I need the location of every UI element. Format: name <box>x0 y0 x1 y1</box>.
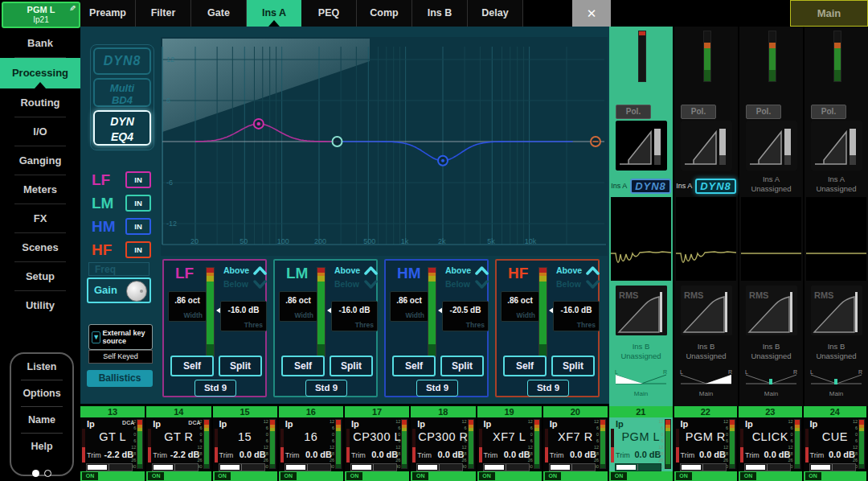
polarity-button[interactable]: Pol. <box>746 105 781 119</box>
fader-track[interactable] <box>483 463 530 471</box>
fader-track[interactable] <box>615 463 661 471</box>
pan-display[interactable]: LRMain <box>679 368 733 397</box>
fader-track[interactable] <box>416 463 463 471</box>
on-button[interactable]: ON <box>805 472 821 480</box>
sidebar-item-io[interactable]: I/O <box>0 117 80 146</box>
polarity-button[interactable]: Pol. <box>616 105 651 119</box>
fader-track[interactable] <box>86 463 133 471</box>
peq-display[interactable] <box>741 197 801 281</box>
tab-peq[interactable]: PEQ <box>301 0 357 27</box>
on-button[interactable]: ON <box>215 472 231 480</box>
pan-display[interactable]: LRMain <box>744 368 798 397</box>
page-dot-inactive[interactable] <box>44 470 51 477</box>
fader-strip-19[interactable]: 19IpXF7 LTrim0.0 dB1260612182640ON <box>477 406 542 481</box>
on-button[interactable]: ON <box>346 472 362 480</box>
width-value-box[interactable]: .86 octWidth <box>168 291 207 322</box>
on-button[interactable]: ON <box>479 472 495 480</box>
gain-knob[interactable] <box>126 281 147 302</box>
on-button[interactable]: ON <box>148 472 164 480</box>
tab-ins-a[interactable]: Ins A <box>247 0 301 27</box>
split-button[interactable]: Split <box>551 356 595 376</box>
below-selector[interactable]: Below <box>556 279 600 289</box>
preset-button[interactable]: Std 9 <box>305 380 347 397</box>
below-selector[interactable]: Below <box>223 279 267 289</box>
ins-b-slot[interactable]: Ins BUnassigned <box>609 342 673 361</box>
sidebar-item-name[interactable]: Name <box>11 407 72 434</box>
dyn8-logo[interactable]: DYN8 <box>93 47 151 75</box>
gate-graph[interactable] <box>616 121 667 171</box>
compressor-graph[interactable]: RMS <box>746 286 797 335</box>
polarity-button[interactable]: Pol. <box>811 105 846 119</box>
tab-gate[interactable]: Gate <box>191 0 247 27</box>
self-button[interactable]: Self <box>503 356 547 376</box>
split-button[interactable]: Split <box>440 356 484 376</box>
fader-strip-23[interactable]: 23IpCLICKTrim0.0 dB1260612182640ON <box>739 406 802 481</box>
sidebar-item-routing[interactable]: Routing <box>0 88 80 117</box>
preset-button[interactable]: Std 9 <box>416 380 458 397</box>
tab-filter[interactable]: Filter <box>136 0 191 27</box>
threshold-value-box[interactable]: -16.0 dBThres <box>331 301 378 331</box>
fader-track[interactable] <box>680 463 727 471</box>
split-button[interactable]: Split <box>219 356 262 376</box>
channel-strip-22[interactable]: Pol.Ins ADYN8RMSIns BUnassignedLRMain <box>674 27 738 406</box>
ins-a-slot[interactable]: Ins AUnassigned <box>805 175 868 194</box>
page-dot-active[interactable] <box>32 470 39 477</box>
ins-b-slot[interactable]: Ins BUnassigned <box>805 342 868 361</box>
threshold-value-box[interactable]: -16.0 dBThres <box>220 301 267 331</box>
external-key-source-toggle[interactable]: ▼ External key source <box>88 324 153 350</box>
close-icon[interactable]: ✕ <box>572 0 611 27</box>
width-value-box[interactable]: .86 octWidth <box>390 291 428 322</box>
on-button[interactable]: ON <box>676 472 692 480</box>
on-button[interactable]: ON <box>82 472 98 480</box>
threshold-value-box[interactable]: -16.0 dBThres <box>553 301 600 331</box>
sidebar-item-scenes[interactable]: Scenes <box>0 233 80 262</box>
ins-b-slot[interactable]: Ins BUnassigned <box>739 342 803 361</box>
fader-strip-17[interactable]: 17IpCP300 LTrim0.0 dB1260612182640ON <box>345 406 409 481</box>
self-button[interactable]: Self <box>392 356 436 376</box>
on-button[interactable]: ON <box>740 472 756 480</box>
ballistics-button[interactable]: Ballistics <box>87 370 153 387</box>
channel-select-button[interactable]: PGM L Ip21 ✎ <box>2 2 80 28</box>
fader-track[interactable] <box>350 463 397 471</box>
width-value-box[interactable]: .86 octWidth <box>501 291 539 322</box>
peq-display[interactable] <box>611 197 671 281</box>
band-in-button-hf[interactable]: IN <box>125 241 151 258</box>
sidebar-item-fx[interactable]: FX <box>0 204 80 233</box>
on-button[interactable]: ON <box>412 472 428 480</box>
fader-track[interactable] <box>549 463 596 471</box>
threshold-value-box[interactable]: -20.5 dBThres <box>442 301 489 331</box>
dyn-eq-graph[interactable]: 126-6-1220501002005001k2k5k10k <box>161 37 608 256</box>
fader-strip-15[interactable]: 15Ip15Trim0.0 dB1260612182640ON <box>213 406 277 481</box>
self-button[interactable]: Self <box>170 356 214 376</box>
fader-track[interactable] <box>744 463 791 471</box>
split-button[interactable]: Split <box>330 356 373 376</box>
key-mode-value[interactable]: Self Keyed <box>88 350 153 364</box>
sidebar-item-setup[interactable]: Setup <box>0 262 80 291</box>
sidebar-item-options[interactable]: Options <box>11 380 72 407</box>
peq-display[interactable] <box>806 197 866 281</box>
compressor-graph[interactable]: RMS <box>811 286 862 335</box>
above-selector[interactable]: Above <box>334 265 378 275</box>
pan-display[interactable]: LRMain <box>809 368 863 397</box>
main-mix-button[interactable]: Main <box>790 0 868 27</box>
fader-track[interactable] <box>285 463 331 471</box>
fader-track[interactable] <box>152 463 199 471</box>
width-value-box[interactable]: .86 octWidth <box>279 291 317 322</box>
channel-strip-23[interactable]: Pol.Ins AUnassignedRMSIns BUnassignedLRM… <box>739 27 803 406</box>
gain-mode-button[interactable]: Gain <box>87 278 151 303</box>
compressor-graph[interactable]: RMS <box>616 286 667 335</box>
freq-mode-button[interactable]: Freq <box>88 262 149 276</box>
on-button[interactable]: ON <box>280 472 297 480</box>
ins-a-slot[interactable]: Ins ADYN8 <box>609 176 673 195</box>
band-in-button-lf[interactable]: IN <box>125 171 151 188</box>
fader-track[interactable] <box>809 463 856 471</box>
fader-strip-22[interactable]: 22IpPGM RTrim0.0 dB1260612182640ON <box>674 406 738 481</box>
tab-comp[interactable]: Comp <box>357 0 412 27</box>
above-selector[interactable]: Above <box>223 265 267 275</box>
peq-display[interactable] <box>676 197 736 281</box>
gate-graph[interactable] <box>681 121 732 171</box>
sidebar-item-bank[interactable]: Bank <box>0 29 80 58</box>
sidebar-item-meters[interactable]: Meters <box>0 175 80 204</box>
gate-graph[interactable] <box>746 121 797 171</box>
dyneq4-logo-selected[interactable]: DYN EQ4 <box>93 110 151 146</box>
